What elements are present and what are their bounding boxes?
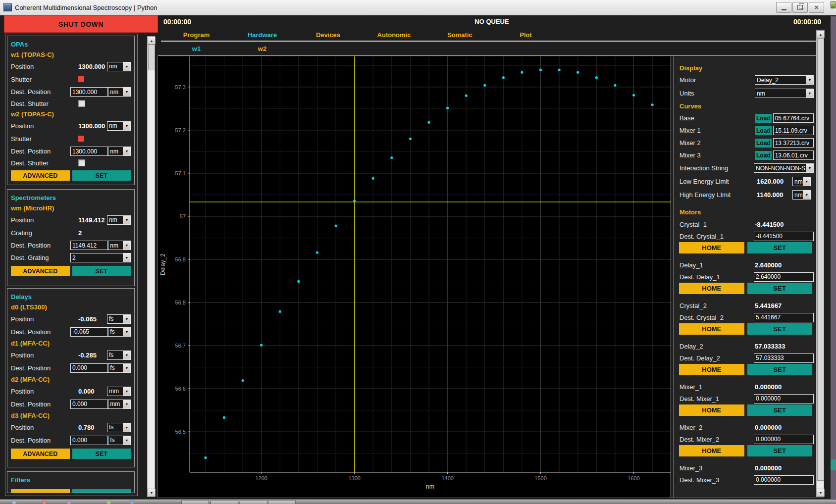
close-button[interactable]: ✕ <box>809 2 824 13</box>
taskbar-button[interactable] <box>210 500 238 504</box>
dest-delay-1-input[interactable]: 2.640000 <box>754 272 814 282</box>
wm-dest-unit-select[interactable]: nm ▼ <box>108 241 131 250</box>
dest-mixer-1-input[interactable]: 0.000000 <box>754 394 814 403</box>
wm-dest-position-input[interactable]: 1149.412 <box>70 241 108 250</box>
dest-crystal-2-input[interactable]: 5.441667 <box>754 313 814 322</box>
d2-unit-select[interactable]: mm▼ <box>107 387 131 396</box>
w1-dest-unit-select[interactable]: nm ▼ <box>108 87 131 97</box>
taskbar-icon-green[interactable] <box>106 501 111 504</box>
mixer-2-home-button[interactable]: HOME <box>679 445 744 456</box>
scroll-down-icon[interactable]: ▼ <box>148 489 156 497</box>
crystal-2-home-button[interactable]: HOME <box>679 323 744 335</box>
delay-1-set-button[interactable]: SET <box>747 283 813 294</box>
content-scrollbar-vertical[interactable]: ▲ ▼ <box>147 36 155 497</box>
interaction-string-select[interactable]: NON-NON-NON-S ▼ <box>754 163 814 173</box>
display-units-select[interactable]: nm ▼ <box>755 89 814 98</box>
w2-dest-unit-select[interactable]: nm ▼ <box>108 147 131 156</box>
high-energy-unit-select[interactable]: nm ▼ <box>792 190 811 200</box>
tab-somatic[interactable]: Somatic <box>427 29 493 41</box>
delays-set-button[interactable]: SET <box>72 449 131 459</box>
delay-2-home-button[interactable]: HOME <box>679 364 744 375</box>
scrollbar-thumb[interactable] <box>817 38 824 481</box>
scroll-down-icon[interactable]: ▼ <box>817 489 825 497</box>
taskbar[interactable] <box>0 499 836 504</box>
chevron-down-icon[interactable]: ▼ <box>123 423 130 432</box>
shutdown-button[interactable]: SHUT DOWN <box>4 15 158 33</box>
filters-advanced-button[interactable] <box>11 489 70 493</box>
w1-position-unit-select[interactable]: nm ▼ <box>107 62 131 71</box>
chevron-down-icon[interactable]: ▼ <box>123 351 130 359</box>
mixer1-curve-file[interactable]: 15.11.09.crv <box>773 126 814 135</box>
d2-dest-position-input[interactable]: 0.000 <box>70 400 108 409</box>
taskbar-button[interactable] <box>240 500 267 504</box>
load-mixer2-button[interactable]: Load <box>755 139 772 148</box>
w2-dest-position-input[interactable]: 1300.000 <box>70 147 108 156</box>
chevron-down-icon[interactable]: ▼ <box>123 328 130 336</box>
tab-hardware[interactable]: Hardware <box>229 29 295 41</box>
tab-plot[interactable]: Plot <box>493 29 559 41</box>
load-mixer1-button[interactable]: Load <box>755 126 772 135</box>
spectrometers-advanced-button[interactable]: ADVANCED <box>11 266 70 276</box>
chevron-down-icon[interactable]: ▼ <box>123 122 130 130</box>
chevron-down-icon[interactable]: ▼ <box>806 164 813 172</box>
delays-advanced-button[interactable]: ADVANCED <box>11 449 70 459</box>
wm-position-unit-select[interactable]: nm ▼ <box>107 215 131 225</box>
taskbar-button[interactable] <box>268 500 296 504</box>
dest-crystal-1-input[interactable]: -8.441500 <box>754 232 814 241</box>
scrollbar-thumb[interactable] <box>148 45 155 70</box>
minimize-button[interactable] <box>776 2 791 13</box>
base-curve-file[interactable]: 05 67764.crv <box>773 113 814 123</box>
dest-mixer-3-input[interactable]: 0.000000 <box>754 475 814 485</box>
subtab-w2[interactable]: w2 <box>229 43 295 54</box>
mixer2-curve-file[interactable]: 13 37213.crv <box>773 138 814 148</box>
chevron-down-icon[interactable]: ▼ <box>123 387 130 396</box>
delay-2-set-button[interactable]: SET <box>747 364 813 375</box>
filters-set-button[interactable] <box>72 489 131 493</box>
tab-program[interactable]: Program <box>163 29 229 41</box>
chevron-down-icon[interactable]: ▼ <box>806 76 813 84</box>
crystal-1-set-button[interactable]: SET <box>747 242 813 253</box>
chevron-down-icon[interactable]: ▼ <box>123 436 130 445</box>
d3-dest-unit-select[interactable]: fs▼ <box>108 436 131 445</box>
scroll-up-icon[interactable]: ▲ <box>817 30 825 38</box>
subtab-w1[interactable]: w1 <box>163 43 229 54</box>
chevron-down-icon[interactable]: ▼ <box>803 191 810 199</box>
scroll-up-icon[interactable]: ▲ <box>148 37 156 45</box>
taskbar-icon-red[interactable] <box>42 501 47 504</box>
w2-position-unit-select[interactable]: nm ▼ <box>107 121 131 131</box>
mixer-1-set-button[interactable]: SET <box>747 404 813 416</box>
d0-dest-position-input[interactable]: -0.065 <box>70 327 108 337</box>
taskbar-icon-blue[interactable] <box>130 501 134 504</box>
chevron-down-icon[interactable]: ▼ <box>123 400 130 408</box>
chevron-down-icon[interactable]: ▼ <box>123 147 130 155</box>
dest-mixer-2-input[interactable]: 0.000000 <box>754 435 814 444</box>
dest-delay-2-input[interactable]: 57.033333 <box>754 353 814 363</box>
tuning-curve-plot[interactable]: 56.556.656.756.856.95757.157.257.3120013… <box>158 56 671 498</box>
chevron-down-icon[interactable]: ▼ <box>123 364 130 372</box>
low-energy-unit-select[interactable]: nm ▼ <box>792 177 811 186</box>
taskbar-button[interactable] <box>181 500 209 504</box>
d0-unit-select[interactable]: fs▼ <box>107 314 131 324</box>
d1-dest-position-input[interactable]: 0.000 <box>70 363 108 373</box>
load-mixer3-button[interactable]: Load <box>755 151 772 160</box>
d3-unit-select[interactable]: fs▼ <box>107 423 131 432</box>
d0-dest-unit-select[interactable]: fs▼ <box>108 327 131 337</box>
w1-dest-shutter-checkbox[interactable] <box>78 100 85 107</box>
mixer-2-set-button[interactable]: SET <box>747 445 813 456</box>
load-base-button[interactable]: Load <box>755 114 772 123</box>
mixer3-curve-file[interactable]: 13.06.01.crv <box>773 151 814 160</box>
d1-dest-unit-select[interactable]: fs▼ <box>108 363 131 373</box>
opas-set-button[interactable]: SET <box>72 170 131 181</box>
restore-button[interactable] <box>792 2 808 13</box>
crystal-1-home-button[interactable]: HOME <box>679 242 744 253</box>
chevron-down-icon[interactable]: ▼ <box>123 253 130 262</box>
d2-dest-unit-select[interactable]: mm▼ <box>108 400 131 409</box>
d1-unit-select[interactable]: fs▼ <box>107 351 131 360</box>
chevron-down-icon[interactable]: ▼ <box>123 315 130 323</box>
start-orb-icon[interactable] <box>12 501 16 504</box>
spectrometers-set-button[interactable]: SET <box>72 266 131 276</box>
chevron-down-icon[interactable]: ▼ <box>806 89 813 98</box>
d3-dest-position-input[interactable]: 0.000 <box>70 436 108 445</box>
chevron-down-icon[interactable]: ▼ <box>123 62 130 71</box>
w1-dest-position-input[interactable]: 1300.000 <box>70 87 108 97</box>
